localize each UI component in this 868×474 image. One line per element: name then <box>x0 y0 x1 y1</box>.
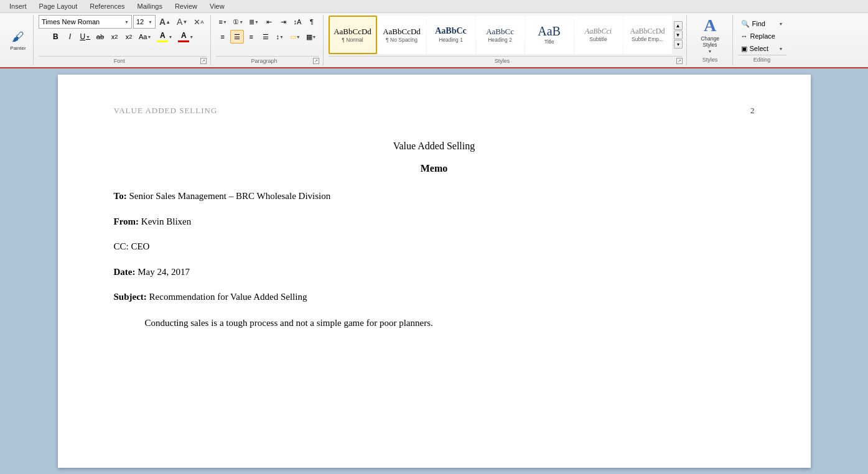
find-icon: 🔍 <box>741 20 750 28</box>
to-value: Senior Sales Management – BRC Wholesale … <box>129 191 330 201</box>
justify-button[interactable]: ☰ <box>259 30 273 44</box>
style-heading1[interactable]: AaBbCc Heading 1 <box>427 16 475 54</box>
subject-label: Subject: <box>114 292 147 302</box>
sort-button[interactable]: ↕A <box>291 15 304 29</box>
font-size-value: 12 <box>136 18 144 26</box>
change-styles-button[interactable]: A ChangeStyles ▼ <box>693 17 727 54</box>
gallery-scroll-down[interactable]: ▼ <box>674 30 683 39</box>
cc-label: CC: <box>114 241 129 251</box>
document-body-para: Conducting sales is a tough process and … <box>114 315 755 330</box>
from-label: From: <box>114 216 139 226</box>
tab-review[interactable]: Review <box>169 0 203 12</box>
font-color-button[interactable]: A ▼ <box>175 30 196 44</box>
date-value: May 24, 2017 <box>138 267 190 277</box>
underline-button[interactable]: U ▼ <box>77 30 93 44</box>
numbering-button[interactable]: ① ▼ <box>230 15 246 29</box>
page-number: 2 <box>750 106 755 116</box>
tab-insert[interactable]: Insert <box>3 0 33 12</box>
italic-button[interactable]: I <box>63 30 77 44</box>
gallery-scroll: ▲ ▼ ▾ <box>674 21 683 49</box>
borders-arrow: ▼ <box>312 35 317 39</box>
increase-indent-icon: ⇥ <box>281 18 286 26</box>
justify-icon: ☰ <box>263 33 269 41</box>
paragraph-group-expand[interactable]: ↗ <box>313 58 319 64</box>
show-para-button[interactable]: ¶ <box>305 15 319 29</box>
strikethrough-button[interactable]: ab <box>93 30 107 44</box>
style-subtle-emp-label: Subtle Emp... <box>632 36 663 42</box>
para-mark-icon: ¶ <box>310 18 314 26</box>
style-subtle-emp[interactable]: AaBbCcDd Subtle Emp... <box>623 16 672 54</box>
highlight-color-bar <box>157 40 168 42</box>
highlight-color-button[interactable]: A ▼ <box>154 30 175 44</box>
find-label: Find <box>752 20 765 27</box>
document-page: VALUE ADDED SELLING 2 Value Added Sellin… <box>58 75 811 468</box>
style-no-spacing[interactable]: AaBbCcDd ¶ No Spacing <box>378 16 426 54</box>
change-styles-icon: A <box>704 17 716 34</box>
line-spacing-arrow: ▼ <box>279 35 284 39</box>
to-label: To: <box>114 191 127 201</box>
styles-group-expand[interactable]: ↗ <box>676 58 683 64</box>
format-painter-button[interactable]: 🖌 Painter <box>7 26 29 55</box>
gallery-scroll-up[interactable]: ▲ <box>674 21 683 30</box>
tab-mailings[interactable]: Mailings <box>131 0 169 12</box>
select-label: Select <box>750 45 769 52</box>
cc-value: CEO <box>131 241 149 251</box>
style-normal[interactable]: AaBbCcDd ¶ Normal <box>329 16 377 54</box>
tab-references[interactable]: References <box>83 0 131 12</box>
select-arrow: ▼ <box>779 47 783 51</box>
line-spacing-button[interactable]: ↕ ▼ <box>273 30 287 44</box>
font-group-expand[interactable]: ↗ <box>200 58 207 64</box>
highlight-a-label: A <box>160 31 166 40</box>
font-name-dropdown[interactable]: Times New Roman ▼ <box>39 15 132 29</box>
clear-formatting-button[interactable]: ✕A <box>191 15 206 29</box>
ribbon: Insert Page Layout References Mailings R… <box>0 0 868 68</box>
document-from-field: From: Kevin Blixen <box>114 215 755 229</box>
page-header: VALUE ADDED SELLING 2 <box>114 106 755 116</box>
style-no-spacing-preview: AaBbCcDd <box>383 27 421 35</box>
borders-icon: ▦ <box>306 33 312 41</box>
page-header-title: VALUE ADDED SELLING <box>114 106 218 116</box>
borders-button[interactable]: ▦ ▼ <box>304 30 319 44</box>
subscript-button[interactable]: x2 <box>108 30 121 44</box>
tab-page-layout[interactable]: Page Layout <box>33 0 84 12</box>
align-right-button[interactable]: ≡ <box>245 30 258 44</box>
document-area: VALUE ADDED SELLING 2 Value Added Sellin… <box>0 68 868 474</box>
gallery-scroll-more[interactable]: ▾ <box>674 40 683 49</box>
date-label: Date: <box>114 267 136 277</box>
document-to-field: To: Senior Sales Management – BRC Wholes… <box>114 189 755 203</box>
align-center-button[interactable]: ☰ <box>230 30 244 44</box>
style-subtitle[interactable]: AaBbCci Subtitle <box>574 16 623 54</box>
numbering-arrow: ▼ <box>239 20 243 24</box>
font-group-label: Font ↗ <box>39 56 207 64</box>
font-size-dropdown[interactable]: 12 ▼ <box>133 15 156 29</box>
find-button[interactable]: 🔍 Find ▼ <box>738 17 786 30</box>
style-heading2[interactable]: AaBbCc Heading 2 <box>476 16 525 54</box>
replace-icon: ↔ <box>741 32 748 40</box>
select-button[interactable]: ▣ Select ▼ <box>738 42 786 55</box>
change-styles-arrow: ▼ <box>708 49 712 54</box>
style-subtitle-preview: AaBbCci <box>585 27 612 35</box>
font-grow-button[interactable]: A▲ <box>157 15 173 29</box>
change-styles-label: ChangeStyles <box>701 35 719 48</box>
superscript-button[interactable]: x2 <box>122 30 136 44</box>
replace-button[interactable]: ↔ Replace <box>738 30 786 42</box>
shading-arrow: ▼ <box>296 35 301 39</box>
bold-button[interactable]: B <box>49 30 62 44</box>
tab-view[interactable]: View <box>203 0 231 12</box>
shading-icon: ▭ <box>290 33 296 41</box>
paragraph-group: ≡ ▼ ① ▼ ≣ ▼ ⇤ ⇥ <box>212 15 324 65</box>
style-title[interactable]: AaB Title <box>525 16 574 54</box>
font-shrink-button[interactable]: A▼ <box>174 15 190 29</box>
style-subtitle-label: Subtitle <box>589 36 607 42</box>
align-left-button[interactable]: ≡ <box>216 30 230 44</box>
decrease-indent-icon: ⇤ <box>266 18 272 26</box>
font-color-bar <box>178 40 189 42</box>
bullets-button[interactable]: ≡ ▼ <box>216 15 230 29</box>
paragraph-group-label: Paragraph ↗ <box>216 56 319 64</box>
decrease-indent-button[interactable]: ⇤ <box>262 15 276 29</box>
increase-indent-button[interactable]: ⇥ <box>276 15 290 29</box>
style-normal-preview: AaBbCcDd <box>334 27 371 35</box>
shading-button[interactable]: ▭ ▼ <box>287 30 303 44</box>
change-case-button[interactable]: Aa▼ <box>136 30 154 44</box>
multilevel-button[interactable]: ≣ ▼ <box>246 15 261 29</box>
